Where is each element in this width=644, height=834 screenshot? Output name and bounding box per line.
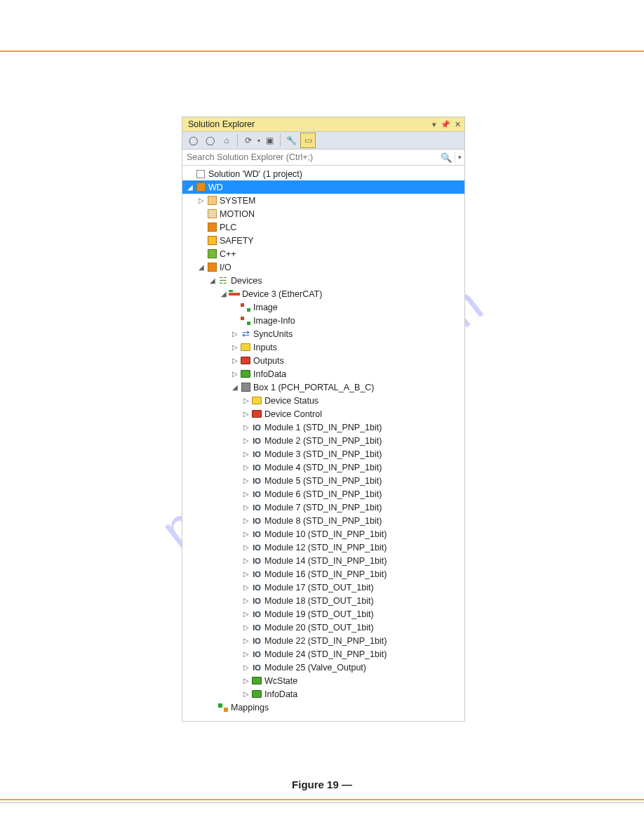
search-bar: 🔍 ▾ — [182, 150, 464, 166]
infodata2-node[interactable]: ▷ InfoData — [182, 687, 464, 701]
device3-node[interactable]: ◢ Device 3 (EtherCAT) — [182, 287, 464, 300]
module-label: Module 2 (STD_IN_PNP_1bit) — [264, 435, 382, 447]
module-node[interactable]: ▷IOModule 20 (STD_OUT_1bit) — [182, 621, 464, 634]
expand-icon[interactable]: ▷ — [241, 688, 251, 701]
mappings-node[interactable]: Mappings — [182, 701, 464, 714]
plc-node[interactable]: ▷ PLC — [182, 220, 464, 234]
module-node[interactable]: ▷IOModule 10 (STD_IN_PNP_1bit) — [182, 527, 464, 541]
nav-back-button[interactable]: ◯ — [185, 133, 201, 148]
box1-node[interactable]: ◢ Box 1 (PCH_PORTAL_A_B_C) — [182, 380, 464, 394]
device-status-node[interactable]: ▷ Device Status — [182, 394, 464, 407]
expand-icon[interactable]: ▷ — [241, 528, 251, 541]
dropdown-icon[interactable]: ▾ — [257, 138, 260, 144]
module-node[interactable]: ▷IOModule 14 (STD_IN_PNP_1bit) — [182, 554, 464, 567]
expand-icon[interactable]: ▷ — [241, 661, 251, 674]
collapse-icon[interactable]: ◢ — [219, 288, 229, 300]
syncunits-node[interactable]: ▷ ⇄ SyncUnits — [182, 327, 464, 340]
expand-icon[interactable]: ▷ — [230, 341, 240, 354]
io-module-icon: IO — [251, 662, 262, 673]
expand-icon[interactable]: ▷ — [230, 368, 240, 380]
module-node[interactable]: ▷IOModule 22 (STD_IN_PNP_1bit) — [182, 634, 464, 647]
expand-icon[interactable]: ▷ — [241, 395, 251, 407]
infodata-node[interactable]: ▷ InfoData — [182, 367, 464, 380]
module-node[interactable]: ▷IOModule 5 (STD_IN_PNP_1bit) — [182, 474, 464, 487]
module-node[interactable]: ▷IOModule 2 (STD_IN_PNP_1bit) — [182, 434, 464, 447]
expand-icon[interactable]: ▷ — [241, 555, 251, 567]
module-node[interactable]: ▷IOModule 17 (STD_OUT_1bit) — [182, 581, 464, 594]
home-button[interactable]: ⌂ — [219, 133, 234, 148]
system-node[interactable]: ▷ SYSTEM — [182, 194, 464, 207]
wcstate-node[interactable]: ▷ WcState — [182, 674, 464, 687]
infodata-folder-icon — [251, 689, 262, 700]
plc-icon — [206, 222, 217, 233]
search-icon[interactable]: 🔍 — [439, 152, 455, 163]
expand-icon[interactable]: ▷ — [230, 355, 240, 367]
show-all-files-button[interactable]: ▭ — [300, 133, 316, 148]
collapse-icon[interactable]: ◢ — [208, 274, 217, 287]
image-node[interactable]: Image — [182, 300, 464, 314]
expand-icon[interactable]: ▷ — [241, 568, 251, 581]
expand-icon[interactable]: ▷ — [196, 194, 206, 207]
motion-node[interactable]: ▷ MOTION — [182, 207, 464, 220]
module-label: Module 25 (Valve_Output) — [264, 661, 366, 674]
solution-node[interactable]: ▸ Solution 'WD' (1 project) — [182, 167, 464, 180]
expand-icon[interactable]: ▷ — [241, 595, 251, 607]
module-node[interactable]: ▷IOModule 6 (STD_IN_PNP_1bit) — [182, 487, 464, 501]
module-label: Module 14 (STD_IN_PNP_1bit) — [264, 555, 387, 567]
device-control-node[interactable]: ▷ Device Control — [182, 407, 464, 421]
expand-icon[interactable]: ▷ — [241, 501, 251, 514]
module-node[interactable]: ▷IOModule 24 (STD_IN_PNP_1bit) — [182, 647, 464, 661]
expand-icon[interactable]: ▷ — [241, 408, 251, 421]
expand-icon[interactable]: ▷ — [241, 635, 251, 647]
module-node[interactable]: ▷IOModule 16 (STD_IN_PNP_1bit) — [182, 567, 464, 581]
collapse-icon[interactable]: ◢ — [196, 261, 206, 274]
expand-icon[interactable]: ▷ — [241, 675, 251, 687]
collapse-icon[interactable]: ◢ — [230, 381, 240, 394]
expand-icon[interactable]: ▷ — [230, 328, 240, 340]
solution-explorer-panel: Solution Explorer ▾ 📌 ✕ ◯ ◯ ⌂ ⟳ ▾ ▣ 🔧 ▭ … — [182, 117, 465, 722]
module-node[interactable]: ▷IOModule 12 (STD_IN_PNP_1bit) — [182, 541, 464, 554]
module-node[interactable]: ▷IOModule 19 (STD_OUT_1bit) — [182, 607, 464, 621]
refresh-button[interactable]: ⟳ — [241, 133, 256, 148]
expand-icon[interactable]: ▷ — [241, 448, 251, 461]
collapse-all-button[interactable]: ▣ — [262, 133, 277, 148]
io-module-icon: IO — [251, 502, 262, 513]
io-node[interactable]: ◢ I/O — [182, 260, 464, 274]
pin-icon[interactable]: 📌 — [441, 120, 450, 129]
dropdown-icon[interactable]: ▾ — [432, 120, 436, 129]
outputs-node[interactable]: ▷ Outputs — [182, 354, 464, 367]
expand-icon[interactable]: ▷ — [241, 608, 251, 621]
project-node[interactable]: ◢ WD — [182, 180, 464, 194]
safety-node[interactable]: ▷ SAFETY — [182, 234, 464, 247]
module-label: Module 24 (STD_IN_PNP_1bit) — [264, 648, 387, 661]
cpp-node[interactable]: ▷ C++ — [182, 247, 464, 260]
expand-icon[interactable]: ▷ — [241, 461, 251, 474]
nav-forward-button[interactable]: ◯ — [202, 133, 217, 148]
devices-node[interactable]: ◢ ☵ Devices — [182, 274, 464, 287]
module-node[interactable]: ▷IOModule 3 (STD_IN_PNP_1bit) — [182, 447, 464, 461]
expand-icon[interactable]: ▷ — [241, 421, 251, 434]
collapse-icon[interactable]: ◢ — [185, 181, 195, 194]
expand-icon[interactable]: ▷ — [241, 541, 251, 554]
page-bottom-rule-2 — [0, 802, 644, 803]
expand-icon[interactable]: ▷ — [241, 475, 251, 487]
search-input[interactable] — [182, 150, 439, 165]
inputs-node[interactable]: ▷ Inputs — [182, 340, 464, 354]
module-node[interactable]: ▷IOModule 8 (STD_IN_PNP_1bit) — [182, 514, 464, 527]
module-node[interactable]: ▷IOModule 7 (STD_IN_PNP_1bit) — [182, 501, 464, 514]
module-node[interactable]: ▷IOModule 25 (Valve_Output) — [182, 661, 464, 674]
module-node[interactable]: ▷IOModule 1 (STD_IN_PNP_1bit) — [182, 421, 464, 434]
expand-icon[interactable]: ▷ — [241, 515, 251, 527]
search-options-dropdown[interactable]: ▾ — [455, 152, 464, 163]
module-node[interactable]: ▷IOModule 18 (STD_OUT_1bit) — [182, 594, 464, 607]
expand-icon[interactable]: ▷ — [241, 488, 251, 501]
expand-icon[interactable]: ▷ — [241, 648, 251, 661]
expand-icon[interactable]: ▷ — [241, 581, 251, 594]
properties-button[interactable]: 🔧 — [283, 133, 299, 148]
module-node[interactable]: ▷IOModule 4 (STD_IN_PNP_1bit) — [182, 461, 464, 474]
imageinfo-node[interactable]: Image-Info — [182, 314, 464, 327]
module-label: Module 5 (STD_IN_PNP_1bit) — [264, 475, 382, 487]
expand-icon[interactable]: ▷ — [241, 621, 251, 634]
close-icon[interactable]: ✕ — [455, 120, 461, 129]
expand-icon[interactable]: ▷ — [241, 435, 251, 447]
